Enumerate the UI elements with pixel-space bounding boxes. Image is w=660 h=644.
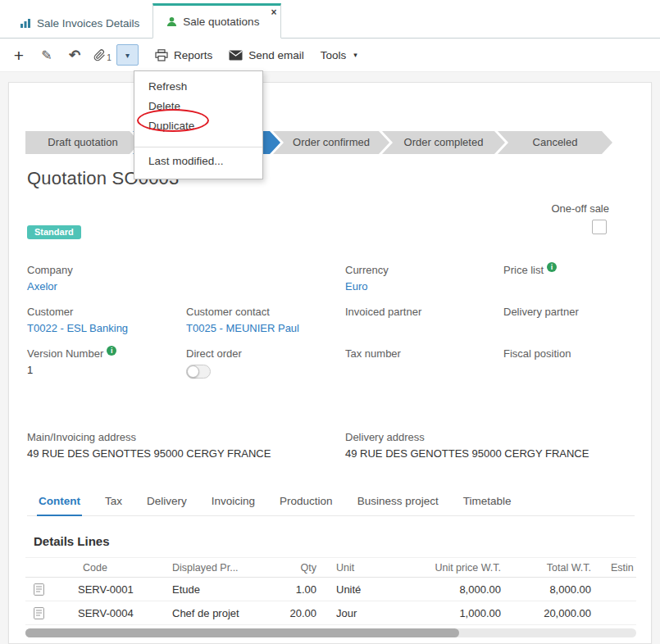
fiscal-position-field: Fiscal position (503, 347, 633, 379)
tab-production[interactable]: Production (278, 495, 335, 515)
close-icon[interactable]: × (271, 7, 276, 18)
send-email-button[interactable]: Send email (229, 49, 304, 61)
cell-total[interactable]: 8,000.00 (509, 578, 599, 601)
tab-content[interactable]: Content (37, 495, 82, 516)
fiscal-position-label: Fiscal position (503, 347, 633, 360)
cell-unit[interactable]: Unité (325, 578, 390, 601)
empty-cell (186, 264, 345, 293)
edit-button[interactable]: ✎ (33, 43, 61, 67)
undo-icon: ↶ (69, 47, 80, 64)
undo-button[interactable]: ↶ (61, 43, 89, 67)
delivery-address-label: Delivery address (345, 431, 633, 443)
cell-displayed[interactable]: Etude (161, 578, 259, 601)
main-invoicing-address-field: Main/Invoicing address 49 RUE DES GENOTT… (27, 431, 345, 460)
step-order-confirmed: Order confirmed (273, 131, 389, 154)
tools-label: Tools (321, 49, 347, 61)
page-title: Quotation SO0003 (27, 168, 633, 189)
tab-label: Sale Invoices Details (37, 17, 139, 29)
tab-delivery[interactable]: Delivery (145, 495, 189, 515)
version-number-field: Version Numberi 1 (27, 347, 186, 379)
tab-sale-quotations[interactable]: Sale quotations × (152, 3, 281, 39)
tax-number-field: Tax number (345, 347, 503, 379)
more-actions-menu: Refresh Delete Duplicate Last modified..… (134, 70, 263, 179)
more-actions-button[interactable]: ▾ (116, 44, 139, 66)
col-unit[interactable]: Unit (325, 558, 390, 578)
delivery-address-value: 49 RUE DES GENOTTES 95000 CERGY FRANCE (345, 447, 633, 460)
attachment-count: 1 (107, 53, 112, 62)
content-tab-bar: Content Tax Delivery Invoicing Productio… (27, 495, 635, 516)
currency-link[interactable]: Euro (345, 280, 503, 293)
direct-order-field: Direct order (186, 347, 345, 379)
horizontal-scrollbar[interactable] (25, 628, 636, 637)
cell-unit[interactable]: Jour (325, 601, 390, 625)
tools-menu-button[interactable]: Tools ▾ (321, 49, 357, 61)
tab-invoicing[interactable]: Invoicing (210, 495, 257, 515)
chevron-down-icon: ▾ (125, 51, 130, 60)
table-row[interactable]: SERV-0004 Chef de projet 20.00 Jour 1,00… (25, 601, 636, 625)
direct-order-label: Direct order (186, 347, 345, 360)
col-unit-price[interactable]: Unit price W.T. (390, 558, 509, 578)
currency-label: Currency (345, 264, 503, 276)
tab-label: Sale quotations (183, 16, 259, 28)
menu-separator (134, 147, 262, 147)
info-icon: i (547, 262, 557, 272)
cell-estimated[interactable] (599, 601, 636, 625)
col-total[interactable]: Total W.T. (509, 558, 599, 578)
quotation-form-card: Draft quotation Order confirmed Order co… (8, 82, 652, 644)
table-row[interactable]: SERV-0001 Etude 1.00 Unité 8,000.00 8,00… (25, 578, 636, 601)
menu-item-duplicate[interactable]: Duplicate (134, 116, 262, 136)
customer-contact-label: Customer contact (186, 306, 345, 318)
cell-total[interactable]: 20,000.00 (509, 601, 599, 625)
delivery-partner-field: Delivery partner (503, 306, 633, 335)
currency-field: Currency Euro (345, 264, 503, 293)
cell-estimated[interactable] (599, 578, 636, 601)
col-qty[interactable]: Qty (259, 558, 325, 578)
tab-business-project[interactable]: Business project (356, 495, 440, 515)
cell-qty[interactable]: 20.00 (259, 601, 325, 625)
main-invoicing-address-label: Main/Invoicing address (27, 431, 345, 443)
info-icon: i (107, 346, 116, 356)
customer-contact-link[interactable]: T0025 - MEUNIER Paul (186, 322, 345, 334)
col-displayed-product[interactable]: Displayed Pr... (161, 558, 259, 578)
version-number-value: 1 (27, 364, 186, 376)
price-list-field: Price listi (503, 264, 633, 293)
toggle-knob (187, 365, 199, 378)
envelope-icon (229, 50, 243, 61)
customer-link[interactable]: T0022 - ESL Banking (27, 322, 186, 334)
col-code[interactable]: Code (66, 558, 161, 578)
line-icon-cell (25, 601, 66, 625)
menu-item-last-modified[interactable]: Last modified... (134, 152, 262, 171)
col-icon (25, 558, 66, 578)
reports-button[interactable]: Reports (155, 49, 212, 61)
delivery-address-field: Delivery address 49 RUE DES GENOTTES 950… (345, 431, 633, 460)
tab-sale-invoices-details[interactable]: Sale Invoices Details (7, 8, 152, 38)
menu-item-delete[interactable]: Delete (134, 97, 262, 116)
one-off-sale-checkbox[interactable] (592, 220, 607, 234)
col-estimated[interactable]: Estin (599, 558, 636, 578)
tax-number-label: Tax number (345, 347, 503, 360)
cell-unit-price[interactable]: 8,000.00 (390, 578, 509, 601)
cell-unit-price[interactable]: 1,000.00 (390, 601, 509, 625)
reports-label: Reports (174, 49, 212, 61)
menu-item-refresh[interactable]: Refresh (134, 77, 262, 97)
one-off-sale-label: One-off sale (551, 202, 609, 215)
cell-displayed[interactable]: Chef de projet (161, 601, 259, 625)
cell-qty[interactable]: 1.00 (259, 578, 325, 601)
cell-code[interactable]: SERV-0001 (66, 578, 161, 601)
direct-order-toggle[interactable] (186, 365, 211, 379)
plus-icon: + (14, 47, 24, 64)
invoiced-partner-field: Invoiced partner (345, 306, 503, 335)
new-button[interactable]: + (5, 43, 33, 67)
step-draft-quotation: Draft quotation (25, 131, 140, 154)
cell-code[interactable]: SERV-0004 (66, 601, 161, 625)
tab-tax[interactable]: Tax (103, 495, 124, 515)
workspace: Draft quotation Order confirmed Order co… (0, 72, 660, 644)
company-label: Company (27, 264, 186, 276)
tab-timetable[interactable]: Timetable (462, 495, 513, 515)
line-icon-cell (25, 578, 66, 601)
main-invoicing-address-value: 49 RUE DES GENOTTES 95000 CERGY FRANCE (27, 447, 345, 460)
company-link[interactable]: Axelor (27, 280, 186, 293)
scrollbar-thumb[interactable] (25, 628, 459, 637)
status-pipeline: Draft quotation Order confirmed Order co… (25, 131, 635, 154)
attachments-button[interactable]: 1 (89, 43, 116, 67)
